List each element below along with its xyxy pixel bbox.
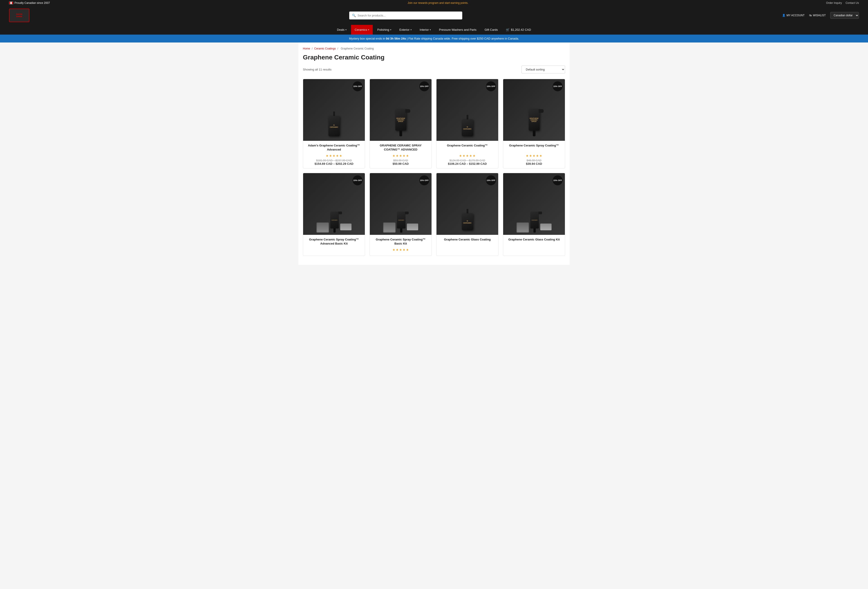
star-icon: ★ [399,154,402,158]
results-bar: Showing all 11 results Default sorting S… [303,65,565,74]
search-icon: 🔍 [352,13,356,17]
star-icon: ★ [403,154,406,158]
product-image-wrap: CERAMIC 15% OFF [303,173,365,235]
star-icon: ★ [393,248,396,252]
star-icon: ★ [396,154,399,158]
sale-price: $154.69 CAD – $202.29 CAD [306,162,362,165]
search-bar[interactable]: 🔍 [349,12,462,19]
logo-area[interactable]: SHOWSHINE [9,9,30,22]
sale-price: $50.99 CAD [372,162,429,165]
main-content: Home / Ceramic Coatings / Graphene Ceram… [298,43,570,265]
wishlist-icon: 🛍 [809,14,812,17]
account-icon: 👤 [782,14,785,17]
product-info: Graphene Ceramic Glass Coating Kit [503,235,565,251]
chevron-down-icon: ▾ [410,28,412,31]
breadcrumb-sep1: / [312,47,313,50]
product-info: Graphene Ceramic Spray Coating™ Advanced… [303,235,365,251]
page-title: Graphene Ceramic Coating [303,54,565,61]
original-price: $181.99 CAD – $237.99 CAD [306,159,362,162]
product-name: Adam's Graphene Ceramic Coating™ Advance… [306,143,362,152]
star-icon: ★ [536,154,539,158]
canadian-text: Proudly Canadian since 2007 [15,1,50,4]
star-icon: ★ [526,154,529,158]
star-icon: ★ [396,248,399,252]
product-name: Graphene Ceramic Spray Coating™ [506,143,562,152]
star-icon: ★ [393,154,396,158]
chevron-down-icon: ▾ [345,28,347,31]
product-info: Graphene Ceramic Glass Coating [437,235,498,251]
product-card[interactable]: GCERAMIC 15% OFF Graphene Ceramic Glass … [436,173,498,256]
star-icon: ★ [462,154,465,158]
product-image-wrap: GCERAMIC 15% OFF [303,79,365,141]
sort-select[interactable]: Default sorting Sort by popularity Sort … [521,65,565,74]
wishlist-label: WISHLIST [813,14,826,17]
sale-price: $39.94 CAD [506,162,562,165]
nav-label-exterior: Exterior [399,28,410,31]
star-icon: ★ [406,154,409,158]
original-price: $46.99 CAD [506,159,562,162]
nav-item-interior[interactable]: Interior ▾ [416,25,434,35]
product-info: Adam's Graphene Ceramic Coating™ Advance… [303,141,365,168]
star-rating: ★★★★★ [306,154,362,158]
nav-item-ceramics[interactable]: Ceramics ▾ [351,25,373,35]
product-name: Graphene Ceramic Coating™ [439,143,496,152]
discount-badge: 15% OFF [419,81,429,91]
nav-label-gift-cards: Gift Cards [485,28,498,31]
chevron-down-icon: ▾ [430,28,431,31]
nav-item-deals[interactable]: Deals ▾ [334,25,350,35]
star-rating: ★★★★★ [372,248,429,252]
search-input[interactable] [357,12,459,19]
star-rating: ★★★★★ [372,154,429,158]
breadcrumb: Home / Ceramic Coatings / Graphene Ceram… [303,47,565,50]
product-card[interactable]: GRAPHENECERAMICSPRAY 15% OFF Graphene Ce… [503,79,565,168]
star-icon: ★ [406,248,409,252]
star-icon: ★ [469,154,472,158]
nav-item-pressure-washers[interactable]: Pressure Washers and Parts [435,25,480,35]
wishlist-button[interactable]: 🛍 WISHLIST [809,14,826,17]
product-card[interactable]: CERAMIC 15% OFF Graphene Ceramic Glass C… [503,173,565,256]
price-row: $46.99 CAD $39.94 CAD [506,159,562,165]
currency-selector[interactable]: Canadian dollar US dollar [830,12,859,19]
product-info: Graphene Ceramic Coating™ ★★★★★ $124.99 … [437,141,498,168]
original-price: $124.99 CAD – $179.99 CAD [439,159,496,162]
product-name: Graphene Ceramic Spray Coating™ Basic Ki… [372,238,429,247]
product-card[interactable]: CERAMIC 15% OFF Graphene Ceramic Spray C… [370,173,432,256]
product-card[interactable]: GCERAMIC 15% OFF Graphene Ceramic Coatin… [436,79,498,168]
product-card[interactable]: GRAPHENECERAMICSPRAY 15% OFF GRAPHENE CE… [370,79,432,168]
star-icon: ★ [533,154,536,158]
star-icon: ★ [466,154,469,158]
product-card[interactable]: GCERAMIC 15% OFF Adam's Graphene Ceramic… [303,79,365,168]
nav-item-gift-cards[interactable]: Gift Cards [481,25,502,35]
cart-button[interactable]: 🛒 $1,202.42 CAD [502,25,534,35]
price-row: $124.99 CAD – $179.99 CAD $106.24 CAD – … [439,159,496,165]
star-icon: ★ [403,248,406,252]
cart-total: $1,202.42 CAD [511,28,531,31]
countdown-timer: 0d 3h 56m 24s [386,37,406,40]
promo-text: Join our rewards program and start earni… [407,1,468,4]
star-icon: ★ [539,154,542,158]
nav-item-polishing[interactable]: Polishing ▾ [373,25,395,35]
breadcrumb-parent[interactable]: Ceramic Coatings [314,47,336,50]
header-right: 👤 MY ACCOUNT 🛍 WISHLIST Canadian dollar … [782,12,859,19]
my-account-button[interactable]: 👤 MY ACCOUNT [782,14,805,17]
site-logo[interactable]: SHOWSHINE [9,9,30,22]
original-price: $59.99 CAD [372,159,429,162]
product-info: Graphene Ceramic Spray Coating™ ★★★★★ $4… [503,141,565,168]
price-row: $59.99 CAD $50.99 CAD [372,159,429,165]
discount-badge: 15% OFF [486,176,496,185]
product-card[interactable]: CERAMIC 15% OFF Graphene Ceramic Spray C… [303,173,365,256]
star-icon: ★ [332,154,335,158]
alert-bar: Mystery box special ends in 0d 3h 56m 24… [0,35,868,43]
nav-label-ceramics: Ceramics [355,28,367,31]
nav-item-exterior[interactable]: Exterior ▾ [396,25,415,35]
product-name: Graphene Ceramic Glass Coating [439,238,496,247]
product-info: Graphene Ceramic Spray Coating™ Basic Ki… [370,235,431,255]
header: SHOWSHINE 🔍 👤 MY ACCOUNT 🛍 WISHLIST Cana… [0,6,868,25]
breadcrumb-home[interactable]: Home [303,47,310,50]
discount-badge: 15% OFF [419,176,429,185]
order-inquiry-link[interactable]: Order Inquiry [826,1,842,4]
star-icon: ★ [399,248,402,252]
star-icon: ★ [329,154,332,158]
product-image-wrap: GRAPHENECERAMICSPRAY 15% OFF [370,79,431,141]
contact-us-link[interactable]: Contact Us [846,1,859,4]
